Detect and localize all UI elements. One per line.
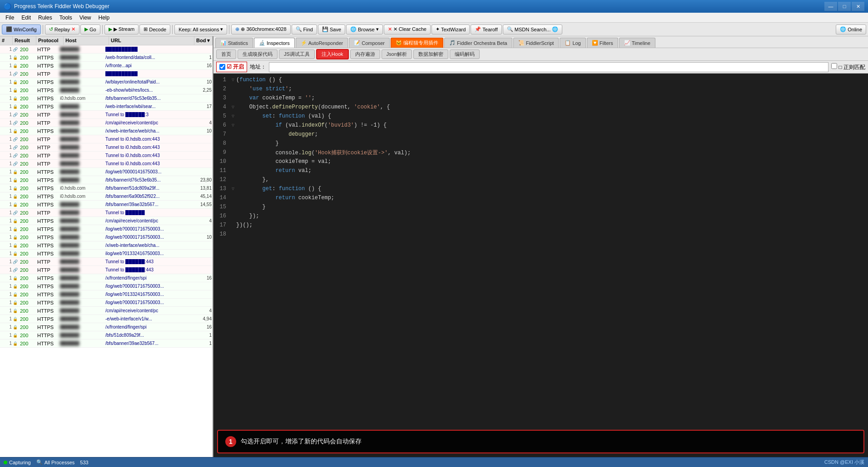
session-row[interactable]: 1 🔒 200 HTTPS ██████ /log/web?0000171675…: [0, 233, 213, 241]
col-header-url[interactable]: URL: [109, 36, 194, 45]
tab-autoresponder[interactable]: ⚡ AutoResponder: [296, 38, 348, 48]
session-row[interactable]: 1 🔒 200 HTTPS ██████ /w/blayer/online/to…: [0, 78, 213, 86]
stream-button[interactable]: ▶ ▶ Stream: [104, 25, 139, 34]
plugin-tab-memtraverse[interactable]: 内存遍游: [350, 49, 380, 59]
session-row[interactable]: 1 🔒 200 HTTPS i0.hdslb.com /bfs/banner/5…: [0, 184, 213, 192]
text-wizard-button[interactable]: ✦ TextWizard: [432, 25, 470, 34]
session-row[interactable]: 1 🔗 200 HTTP ██████ Tunnel to ██████: [0, 209, 213, 217]
plugin-tab-decodeencode[interactable]: 编码解码: [450, 49, 480, 59]
tab-timeline[interactable]: 📈 Timeline: [619, 38, 655, 48]
plugin-tab-jsconsole[interactable]: JS调试工具: [279, 49, 315, 59]
session-row[interactable]: 1 🔒 200 HTTPS ██████ /x/frontend/finger/…: [0, 323, 213, 331]
session-row[interactable]: 1 🔒 200 HTTPS ██████ /bfs/banner/39ae32b…: [0, 339, 213, 348]
session-row[interactable]: 1 🔗 200 HTTP ██████ ██████████: [0, 70, 213, 78]
line-fold-icon[interactable]: ▽: [230, 77, 236, 83]
regex-checkbox[interactable]: [831, 63, 837, 69]
session-row[interactable]: 1 🔗 200 HTTP ██████ ██████████: [0, 45, 213, 54]
session-row[interactable]: 1 🔒 200 HTTPS ██████ /cm/api/receive/con…: [0, 217, 213, 225]
line-fold-icon[interactable]: ▽: [230, 186, 236, 192]
session-protocol-icon: 🔒: [13, 227, 19, 231]
line-fold-icon[interactable]: ▽: [230, 104, 236, 110]
minimize-button[interactable]: —: [824, 2, 837, 11]
session-row[interactable]: 1 🔒 200 HTTPS ██████ /bfs/banner/39ae32b…: [0, 201, 213, 209]
session-row[interactable]: 1 🔗 200 HTTP ██████ Tunnel to i0.hdslb.c…: [0, 152, 213, 160]
session-row[interactable]: 1 🔗 200 HTTP ██████ Tunnel to ██████:443: [0, 266, 213, 274]
plugin-tab-jsonparse[interactable]: Json解析: [382, 49, 412, 59]
line-fold-icon[interactable]: ▽: [230, 113, 236, 119]
session-row[interactable]: 1 🔒 200 HTTPS ██████ /cm/api/receive/con…: [0, 307, 213, 315]
sessions-list[interactable]: 1 🔗 200 HTTP ██████ ██████████ 1 🔒 200 H…: [0, 45, 213, 457]
session-row[interactable]: 1 🔒 200 HTTPS ██████ /x/web-interface/we…: [0, 241, 213, 250]
session-row[interactable]: 1 🔒 200 HTTPS ██████ /log/web?0000171675…: [0, 225, 213, 233]
col-header-protocol[interactable]: Protocol: [36, 36, 64, 45]
session-row[interactable]: 1 🔗 200 HTTP ██████ /cm/api/receive/cont…: [0, 119, 213, 127]
tab-fiddler-script[interactable]: 📜 FiddlerScript: [513, 38, 559, 48]
enable-checkbox[interactable]: [219, 64, 225, 70]
session-row[interactable]: 1 🔒 200 HTTPS ██████ /log/web?0000171675…: [0, 282, 213, 290]
col-header-body[interactable]: Bod ▾: [194, 36, 213, 45]
session-row[interactable]: 1 🔗 200 HTTP ██████ Tunnel to ██████:3: [0, 111, 213, 119]
chromex-button[interactable]: ⊕ ⊕ 360chromex:4028: [231, 25, 290, 34]
tearoff-button[interactable]: 📌 Tearoff: [471, 25, 501, 34]
session-row[interactable]: 1 🔗 200 HTTP ██████ Tunnel to ██████:443: [0, 258, 213, 266]
close-button[interactable]: ✕: [852, 2, 864, 11]
session-num: 1: [0, 275, 13, 280]
code-editor[interactable]: 1 ▽ (function () { 2 'use strict'; 3 var…: [213, 74, 868, 457]
menu-tools[interactable]: Tools: [56, 14, 76, 22]
session-row[interactable]: 1 🔒 200 HTTPS ██████ /log/web?0000171675…: [0, 299, 213, 307]
tab-plugin-catmeow[interactable]: 🐱 编程猫专用插件: [391, 38, 443, 48]
menu-help[interactable]: Help: [95, 14, 114, 22]
msdn-button[interactable]: 🔍 MSDN Search... 🌐: [503, 25, 562, 34]
session-row[interactable]: 1 🔒 200 HTTPS i0.hdslb.com /bfs/banner/6…: [0, 192, 213, 201]
col-header-host[interactable]: Host: [64, 36, 109, 45]
menu-edit[interactable]: Edit: [18, 14, 35, 22]
maximize-button[interactable]: □: [838, 2, 851, 11]
col-header-result[interactable]: Result: [13, 36, 36, 45]
plugin-tab-home[interactable]: 首页: [216, 49, 236, 59]
enable-checkbox-label[interactable]: ☑ 开启: [216, 62, 247, 72]
winconfig-button[interactable]: ⬛ WinConfig: [2, 25, 41, 34]
tab-composer[interactable]: 📝 Composer: [349, 38, 390, 48]
session-row[interactable]: 1 🔒 200 HTTPS ██████ /v/fronte...api 16: [0, 62, 213, 70]
session-row[interactable]: 1 🔒 200 HTTPS ██████ /bfs/51dc809a29f...…: [0, 331, 213, 339]
replay-button[interactable]: ↺ Replay ✕: [45, 25, 79, 34]
menu-file[interactable]: File: [2, 14, 18, 22]
session-row[interactable]: 1 🔒 200 HTTPS ██████ /log/web?0133241675…: [0, 290, 213, 299]
session-row[interactable]: 1 🔗 200 HTTP ██████ Tunnel to i0.hdslb.c…: [0, 143, 213, 152]
find-button[interactable]: 🔍 Find: [292, 25, 317, 34]
session-row[interactable]: 1 🔒 200 HTTPS ██████ /web-interface/wbi/…: [0, 103, 213, 111]
session-row[interactable]: 1 🔒 200 HTTPS i0.hdslb.com /bfs/banner/d…: [0, 94, 213, 103]
tab-inspectors[interactable]: 🔬 Inspectors: [254, 38, 295, 48]
session-row[interactable]: 1 🔗 200 HTTP ██████ Tunnel to i0.hdslb.c…: [0, 160, 213, 168]
addr-input[interactable]: [269, 62, 828, 72]
keep-button[interactable]: Keep: All sessions ▾: [174, 25, 227, 34]
tab-log[interactable]: 📋 Log: [560, 38, 585, 48]
browse-button[interactable]: 🌐 Browse ▾: [346, 25, 383, 34]
online-button[interactable]: 🌐 Online: [836, 25, 866, 34]
plugin-tab-datadecrypt[interactable]: 数据加解密: [413, 49, 448, 59]
menu-view[interactable]: View: [76, 14, 95, 22]
session-row[interactable]: 1 🔒 200 HTTPS ██████ /x/frontend/finger/…: [0, 274, 213, 282]
go-button[interactable]: ▶ Go: [80, 25, 100, 34]
decode-button[interactable]: ⊞ Decode: [139, 25, 170, 34]
menu-rules[interactable]: Rules: [35, 14, 56, 22]
session-row[interactable]: 1 🔒 200 HTTPS ██████ /bfs/banner/d76c53e…: [0, 176, 213, 184]
session-row[interactable]: 1 🔒 200 HTTPS ██████ /x/web-interface/we…: [0, 127, 213, 135]
clear-cache-button[interactable]: ✕ ✕ Clear Cache: [384, 25, 431, 34]
tab-statistics[interactable]: 📊 Statistics: [215, 38, 253, 48]
session-row[interactable]: 1 🔒 200 HTTPS ██████ /log/web?0000141675…: [0, 168, 213, 176]
session-result: 200: [19, 324, 36, 330]
tab-filters[interactable]: 🔽 Filters: [587, 38, 618, 48]
session-row[interactable]: 1 🔗 200 HTTP ██████ Tunnel to i0.hdslb.c…: [0, 135, 213, 143]
session-protocol-icon: 🔒: [13, 325, 19, 329]
session-row[interactable]: 1 🔒 200 HTTPS ██████ ilog/web?0133241675…: [0, 250, 213, 258]
save-button[interactable]: 💾 Save: [318, 25, 345, 34]
session-row[interactable]: 1 🔒 200 HTTPS ██████ -e/web-interface/v1…: [0, 315, 213, 323]
tab-fiddler-orchestra[interactable]: 🎵 Fiddler Orchestra Beta: [444, 38, 512, 48]
plugin-tab-injecthook[interactable]: 注入Hook: [316, 49, 349, 59]
line-fold-icon[interactable]: ▽: [230, 123, 236, 128]
session-row[interactable]: 1 🔒 200 HTTPS ██████ -eb-show/wbi/res/lo…: [0, 86, 213, 94]
plugin-tab-gencode[interactable]: 生成嗅探代码: [238, 49, 278, 59]
col-header-num[interactable]: #: [0, 36, 13, 45]
session-row[interactable]: 1 🔒 200 HTTPS ██████ /web-frontend/data/…: [0, 54, 213, 62]
